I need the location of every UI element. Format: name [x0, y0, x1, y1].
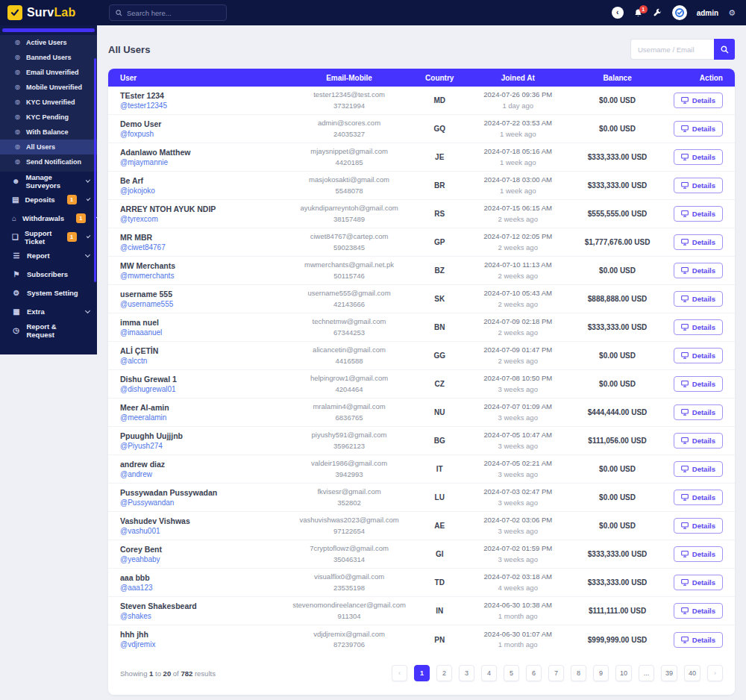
- admin-username-label[interactable]: admin: [697, 9, 718, 17]
- sidebar-item-banned-users[interactable]: ◎ Banned Users: [0, 50, 97, 65]
- topbar-search[interactable]: [109, 4, 227, 21]
- user-mobile: 42143666: [283, 299, 416, 310]
- user-handle-link[interactable]: @username555: [120, 299, 283, 310]
- details-button[interactable]: Details: [674, 461, 723, 477]
- page-button-8[interactable]: 8: [571, 665, 586, 681]
- user-handle-link[interactable]: @tester12345: [120, 101, 283, 111]
- sidebar-item-mobile-unverified[interactable]: ◎ Mobile Unverified: [0, 80, 97, 95]
- logo[interactable]: SurvLab: [0, 5, 97, 20]
- details-button[interactable]: Details: [674, 433, 723, 449]
- user-balance: $1,777,676.00 USD: [572, 238, 662, 246]
- sidebar-item-with-balance[interactable]: ◎ With Balance: [0, 125, 97, 140]
- prev-page-button[interactable]: ‹: [392, 665, 407, 681]
- user-handle-link[interactable]: @jokojoko: [120, 186, 283, 196]
- sidebar-scrollbar[interactable]: [94, 58, 96, 282]
- sidebar-item-kyc-unverified[interactable]: ◎ KYC Unverified: [0, 95, 97, 110]
- notification-bell[interactable]: 1: [633, 8, 643, 18]
- user-email: stevenomondireelancer@gmail.com: [283, 600, 416, 610]
- sidebar-item-all-users[interactable]: ◎ All Users: [0, 140, 97, 154]
- user-handle-link[interactable]: @tyrexcom: [120, 214, 283, 225]
- user-handle-link[interactable]: @Piyush274: [120, 441, 283, 451]
- details-button[interactable]: Details: [674, 121, 723, 137]
- user-handle-link[interactable]: @Pussywandan: [120, 498, 283, 508]
- user-handle-link[interactable]: @meeralamin: [120, 413, 283, 423]
- circle-dot-icon: ◎: [15, 54, 20, 60]
- wrench-icon[interactable]: [653, 8, 662, 18]
- details-button[interactable]: Details: [674, 490, 723, 505]
- user-handle-link[interactable]: @ciwet84767: [120, 243, 283, 253]
- page-button-10[interactable]: 10: [615, 665, 632, 681]
- details-button[interactable]: Details: [674, 178, 723, 193]
- details-button[interactable]: Details: [674, 546, 723, 562]
- user-name: Vashudev Vishwas: [120, 516, 283, 526]
- user-handle-link[interactable]: @foxpush: [120, 129, 283, 140]
- language-globe-icon[interactable]: ‹: [612, 7, 624, 19]
- col-header-joined-at: Joined At: [464, 74, 572, 82]
- user-handle-link[interactable]: @vdjremix: [120, 640, 283, 650]
- page-button-5[interactable]: 5: [504, 665, 519, 681]
- user-balance: $555,555.00 USD: [572, 210, 662, 218]
- sidebar-item-active-users[interactable]: ◎ Active Users: [0, 35, 97, 50]
- user-search-input[interactable]: [630, 39, 714, 60]
- user-balance: $333,333.00 USD: [572, 578, 662, 587]
- page-button-9[interactable]: 9: [593, 665, 609, 681]
- sidebar-item-system-setting[interactable]: ⚙ System Setting: [0, 284, 97, 302]
- details-button[interactable]: Details: [674, 291, 723, 307]
- details-button[interactable]: Details: [674, 632, 723, 648]
- sidebar-item-report[interactable]: ☰ Report: [0, 246, 97, 265]
- sidebar-item-report-request[interactable]: ◷ Report & Request: [0, 321, 97, 340]
- details-button[interactable]: Details: [674, 149, 723, 165]
- details-button[interactable]: Details: [674, 206, 723, 222]
- page-button-6[interactable]: 6: [526, 665, 542, 681]
- sidebar-item-deposits[interactable]: ▤ Deposits 1: [0, 190, 97, 209]
- sidebar-item-extra[interactable]: ▦ Extra: [0, 302, 97, 321]
- details-button[interactable]: Details: [674, 319, 723, 335]
- user-handle-link[interactable]: @mjaymannie: [120, 157, 283, 168]
- user-handle-link[interactable]: @mwmerchants: [120, 271, 283, 281]
- sidebar-item-withdrawals[interactable]: ⌂ Withdrawals 1: [0, 209, 97, 228]
- user-mobile: 24035327: [283, 129, 416, 140]
- user-handle-link[interactable]: @vashu001: [120, 526, 283, 537]
- user-handle-link[interactable]: @shakes: [120, 611, 283, 622]
- page-button-2[interactable]: 2: [436, 665, 452, 681]
- user-balance: $333,333.00 USD: [572, 181, 662, 190]
- settings-gear-icon[interactable]: ⚙: [728, 9, 736, 17]
- sidebar-item-send-notification[interactable]: ◎ Send Notification: [0, 154, 97, 169]
- user-handle-link[interactable]: @dishugrewal01: [120, 384, 283, 395]
- page-button-39[interactable]: 39: [661, 665, 677, 681]
- details-button[interactable]: Details: [674, 575, 723, 590]
- user-handle-link[interactable]: @andrew: [120, 469, 283, 480]
- admin-avatar[interactable]: [672, 5, 687, 20]
- details-button[interactable]: Details: [674, 93, 723, 108]
- user-email: piyushy591@gmail.com: [283, 430, 416, 440]
- sidebar-item-kyc-pending[interactable]: ◎ KYC Pending: [0, 110, 97, 125]
- page-button-3[interactable]: 3: [459, 665, 474, 681]
- user-handle-link[interactable]: @alcctn: [120, 356, 283, 366]
- page-button-7[interactable]: 7: [548, 665, 564, 681]
- user-mobile: 911304: [283, 611, 416, 622]
- details-button[interactable]: Details: [674, 348, 723, 363]
- sidebar-item-subscribers[interactable]: ⚑ Subscribers: [0, 265, 97, 284]
- user-name: Demo User: [120, 119, 283, 129]
- user-balance: $0.00 USD: [572, 96, 662, 104]
- sidebar-item-support-ticket[interactable]: ❑ Support Ticket 1: [0, 228, 97, 246]
- details-button[interactable]: Details: [674, 404, 723, 420]
- page-button-40[interactable]: 40: [684, 665, 700, 681]
- details-button[interactable]: Details: [674, 518, 723, 534]
- details-button[interactable]: Details: [674, 263, 723, 278]
- user-handle-link[interactable]: @yeahbaby: [120, 554, 283, 565]
- user-name: TEster 1234: [120, 90, 283, 101]
- sidebar-item-email-unverified[interactable]: ◎ Email Unverified: [0, 65, 97, 80]
- user-handle-link[interactable]: @imaaanuel: [120, 328, 283, 338]
- page-button-4[interactable]: 4: [481, 665, 497, 681]
- page-button-1[interactable]: 1: [414, 665, 430, 681]
- next-page-button[interactable]: ›: [707, 665, 723, 681]
- details-button[interactable]: Details: [674, 603, 723, 619]
- page-button-[interactable]: ...: [639, 665, 654, 681]
- user-search-button[interactable]: [714, 39, 735, 60]
- details-button[interactable]: Details: [674, 376, 723, 392]
- sidebar-item-manage-surveyors[interactable]: ☻ Manage Surveyors: [0, 172, 97, 190]
- details-button[interactable]: Details: [674, 234, 723, 250]
- user-handle-link[interactable]: @aaa123: [120, 583, 283, 593]
- topbar-search-input[interactable]: [127, 9, 220, 17]
